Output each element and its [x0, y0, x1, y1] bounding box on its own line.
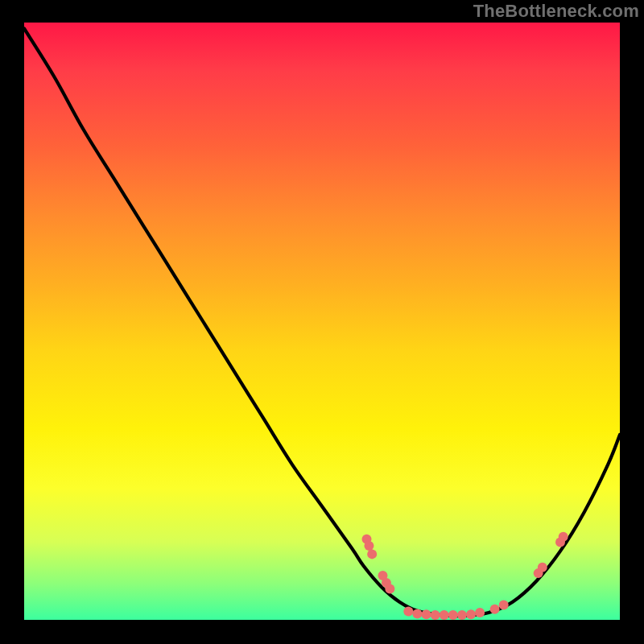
- data-marker: [499, 600, 509, 609]
- data-marker: [448, 610, 458, 620]
- marker-group: [362, 532, 568, 620]
- data-marker: [538, 563, 547, 572]
- curve-line: [24, 28, 620, 616]
- data-marker: [457, 610, 467, 620]
- chart-stage: TheBottleneck.com: [0, 0, 644, 644]
- data-marker: [431, 610, 440, 620]
- frame-left: [0, 0, 24, 644]
- data-marker: [422, 609, 431, 619]
- data-marker: [364, 541, 374, 551]
- chart-svg: [0, 0, 644, 644]
- data-marker: [466, 609, 476, 619]
- data-marker: [412, 609, 422, 619]
- data-marker: [490, 605, 500, 614]
- data-marker: [440, 610, 449, 620]
- data-marker: [367, 549, 377, 559]
- frame-bottom: [0, 620, 644, 644]
- watermark-text: TheBottleneck.com: [473, 0, 639, 23]
- data-marker: [385, 584, 394, 593]
- data-marker: [559, 532, 568, 542]
- data-marker: [475, 608, 485, 617]
- frame-right: [620, 0, 644, 644]
- data-marker: [403, 607, 413, 617]
